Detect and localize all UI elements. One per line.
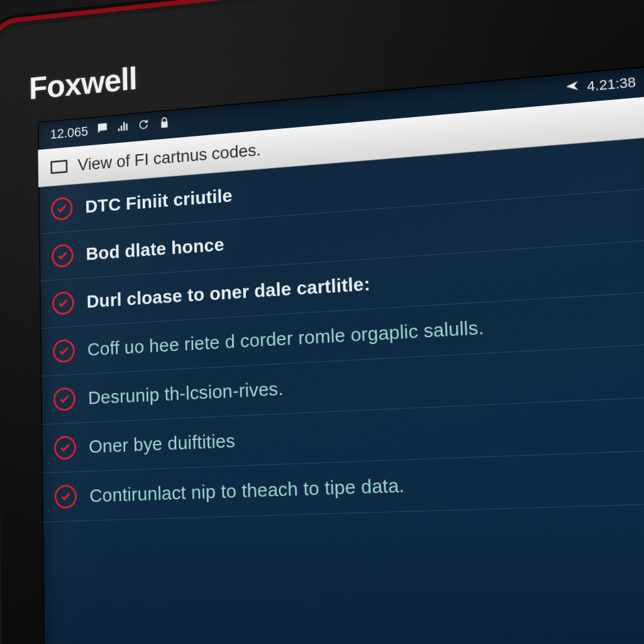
- check-icon: [52, 291, 74, 316]
- view-box-icon: [50, 159, 67, 174]
- menu-item-label: Bod dlate honce: [86, 234, 225, 264]
- screen: 12.065 4.21:38: [38, 66, 644, 644]
- check-icon: [53, 339, 75, 364]
- plane-icon: [564, 79, 580, 97]
- check-icon: [54, 436, 76, 460]
- menu-item-label: Durl cloase to oner dale cartlitle:: [86, 273, 370, 312]
- signal-icon: [116, 119, 130, 137]
- status-clock: 4.21:38: [587, 74, 636, 95]
- menu-item-label: DTC Finiit criutile: [85, 185, 233, 217]
- check-icon: [53, 387, 75, 411]
- device-bezel: Foxwell Foxwell 12.065: [0, 0, 644, 644]
- check-icon: [55, 484, 77, 509]
- menu-item-label: Oner bye duiftities: [89, 430, 235, 457]
- menu-item-label: Coff uo hee riete d corder romle orgapli…: [87, 317, 484, 360]
- status-left-label: 12.065: [50, 124, 89, 143]
- menu-item-label: Desrunip th-lcsion-rives.: [88, 378, 284, 409]
- menu-list: DTC Finiit criutile Bod dlate honce Durl…: [38, 137, 644, 522]
- check-icon: [51, 197, 73, 221]
- chat-icon: [96, 121, 109, 139]
- sync-icon: [137, 118, 150, 135]
- lock-icon: [158, 116, 171, 133]
- check-icon: [52, 243, 74, 268]
- screen-title: View of FI cartnus codes.: [77, 140, 261, 174]
- brand-printed: Foxwell: [29, 60, 137, 106]
- menu-item-label: Contirunlact nip to theach to tipe data.: [89, 474, 405, 506]
